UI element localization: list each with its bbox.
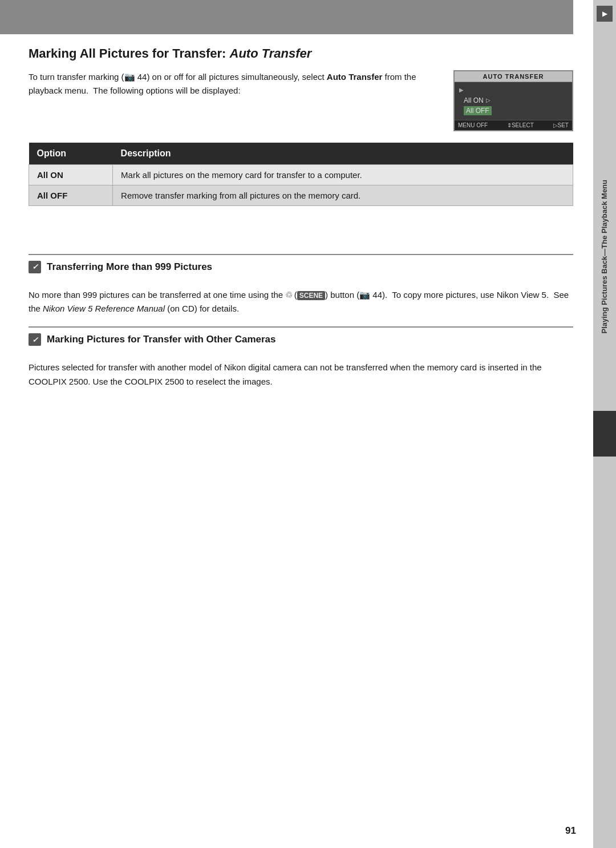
note1-body: No more than 999 pictures can be transfe… [29, 288, 573, 317]
col-option: Option [29, 143, 113, 165]
note2-body: Pictures selected for transfer with anot… [29, 361, 573, 389]
camera-options-area: All ON ▷ All OFF [459, 94, 568, 118]
spacer [29, 220, 573, 254]
footer-select: ⇕SELECT [507, 122, 534, 128]
play-icon: ▶ [459, 87, 464, 93]
camera-screen-playrow: ▶ [459, 86, 568, 94]
note1-section: ✓ Transferring More than 999 Pictures [29, 254, 573, 278]
title-bold-part: Marking All Pictures for Transfer: [29, 46, 230, 60]
note2-title: Marking Pictures for Transfer with Other… [47, 334, 276, 345]
table-row: All OFF Remove transfer marking from all… [29, 185, 573, 205]
intro-area: To turn transfer marking (📷 44) on or of… [29, 70, 573, 131]
camera-screen-body: ▶ All ON ▷ All OFF [455, 82, 572, 120]
sidebar-text-label: Playing Pictures Back—The Playback Menu [600, 180, 609, 334]
option-desc: Mark all pictures on the memory card for… [113, 164, 573, 185]
title-italic-part: Auto Transfer [230, 46, 312, 60]
allon-text: All ON [464, 96, 484, 104]
sidebar-text-container: Playing Pictures Back—The Playback Menu [593, 57, 616, 457]
page-number: 91 [565, 825, 576, 837]
option-key: All ON [29, 164, 113, 185]
main-content: Marking All Pictures for Transfer: Auto … [17, 34, 585, 411]
allon-arrow: ▷ [486, 97, 491, 103]
footer-set: ▷SET [553, 122, 569, 128]
top-bar [0, 0, 573, 34]
intro-text: To turn transfer marking (📷 44) on or of… [29, 70, 442, 98]
options-table: Option Description All ON Mark all pictu… [29, 143, 573, 206]
note2-icon: ✓ [29, 333, 41, 346]
alloff-text: All OFF [464, 106, 492, 115]
note1-title: Transferring More than 999 Pictures [47, 261, 212, 273]
table-row: All ON Mark all pictures on the memory c… [29, 164, 573, 185]
sidebar-dark-block [593, 411, 616, 457]
camera-screen-title: AUTO TRANSFER [455, 71, 572, 82]
sidebar-label: Playing Pictures Back—The Playback Menu [600, 180, 610, 334]
note1-icon: ✓ [29, 261, 41, 273]
alloff-container: All OFF [464, 106, 563, 115]
section-title: Marking All Pictures for Transfer: Auto … [29, 46, 573, 62]
option-desc: Remove transfer marking from all picture… [113, 185, 573, 205]
allon-row: All ON ▷ [464, 96, 563, 104]
footer-menu: MENU OFF [458, 122, 488, 128]
camera-screen: AUTO TRANSFER ▶ All ON ▷ All OFF MENU OF… [453, 70, 573, 131]
col-description: Description [113, 143, 573, 165]
camera-screen-footer: MENU OFF ⇕SELECT ▷SET [455, 120, 572, 130]
right-sidebar: ▶ Playing Pictures Back—The Playback Men… [593, 0, 616, 848]
sidebar-icon: ▶ [597, 6, 613, 22]
note2-section: ✓ Marking Pictures for Transfer with Oth… [29, 326, 573, 350]
option-key: All OFF [29, 185, 113, 205]
